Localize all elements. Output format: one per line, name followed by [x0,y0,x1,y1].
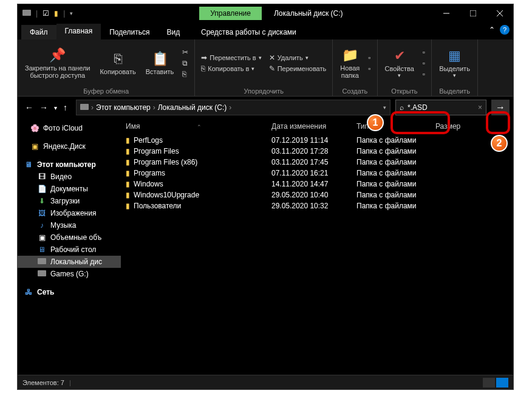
copy-path-button[interactable]: ⧉ [180,58,191,68]
nav-recent-dropdown[interactable]: ▾ [54,104,57,111]
open-extra: ▫ ▫ ▫ [420,47,428,79]
file-row[interactable]: ▮Windows10Upgrade29.05.2020 10:40Папка с… [121,189,513,200]
ribbon-group-open: ✔ Свойства ▾ ▫ ▫ ▫ Открыть [378,39,432,96]
group-label-create: Создать [336,86,373,96]
easy-access-button[interactable]: ▫ [366,64,373,73]
sidebar-item-this-pc[interactable]: 🖥Этот компьютер [18,159,121,171]
search-icon: ⌕ [400,103,404,112]
qat-dropdown-icon[interactable]: ▾ [70,10,73,16]
checkbox-icon[interactable]: ☑ [43,9,49,18]
edit-button[interactable]: ▫ [420,58,428,68]
nav-up-button[interactable]: ↑ [63,103,67,112]
tab-file[interactable]: Файл [21,25,56,39]
nav-forward-button[interactable]: → [39,103,48,112]
file-panel: Имя ⌃ Дата изменения Тип Размер ▮PerfLog… [121,118,513,375]
address-search-row: ← → ▾ ↑ › Этот компьютер › Локальный дис… [18,97,513,118]
pin-to-quick-access-button[interactable]: 📌 Закрепить на панели быстрого доступа [21,45,94,81]
explorer-window: | ☑ ▮ | ▾ Управление Локальный диск (C:)… [17,4,514,390]
file-row[interactable]: ▮Program Files03.11.2020 17:28Папка с фа… [121,146,513,157]
breadcrumb-root[interactable]: Этот компьютер [96,103,151,112]
titlebar: | ☑ ▮ | ▾ Управление Локальный диск (C:) [18,4,513,22]
open-button[interactable]: ▫ [420,47,428,57]
move-to-button[interactable]: ➡Переместить в ▾ [199,53,264,63]
content-area: 🌸Фото iCloud ▣Яндекс.Диск 🖥Этот компьюте… [18,118,513,375]
new-folder-button[interactable]: 📁 Новая папка [336,45,363,81]
ribbon-tabs: Файл Главная Поделиться Вид Средства раб… [18,22,513,39]
search-input[interactable] [408,103,474,112]
sidebar-item-downloads[interactable]: ⬇Загрузки [18,195,121,207]
ribbon-group-clipboard: 📌 Закрепить на панели быстрого доступа ⎘… [18,39,195,96]
nav-back-button[interactable]: ← [25,103,33,112]
sidebar-item-network[interactable]: 🖧Сеть [18,286,121,298]
group-label-select: Выделить [435,86,474,96]
sidebar-item-music[interactable]: ♪Музыка [18,219,121,231]
searchbox[interactable]: ⌕ × [395,100,486,115]
col-header-type[interactable]: Тип [352,122,431,131]
qat-separator: | [36,9,38,18]
copy-to-button[interactable]: ⎘Копировать в ▾ [199,64,264,73]
col-header-size[interactable]: Размер [431,122,479,131]
sidebar-item-games-g[interactable]: Games (G:) [18,268,121,280]
properties-icon: ✔ [394,48,405,64]
tab-drive-tools[interactable]: Средства работы с дисками [193,25,305,39]
file-row[interactable]: ▮Programs07.11.2020 16:21Папка с файлами [121,168,513,179]
cut-button[interactable]: ✂ [180,47,191,57]
sidebar-item-video[interactable]: 🎞Видео [18,171,121,183]
sidebar-item-yandex[interactable]: ▣Яндекс.Диск [18,140,121,152]
desktop-icon: 🖥 [37,245,47,254]
copy-button[interactable]: ⎘ Копировать [96,49,139,78]
close-button[interactable] [486,4,513,22]
sidebar: 🌸Фото iCloud ▣Яндекс.Диск 🖥Этот компьюте… [18,118,121,375]
ribbon-context-tab[interactable]: Управление [199,7,262,20]
folder-icon: ▮ [126,180,130,188]
sidebar-item-desktop[interactable]: 🖥Рабочий стол [18,244,121,256]
minimize-button[interactable] [433,4,460,22]
svg-rect-1 [470,10,476,16]
clipboard-extra: ✂ ⧉ ⎘ [180,47,191,79]
sidebar-item-3d[interactable]: ▣Объемные объ [18,231,121,244]
delete-button[interactable]: ✕Удалить ▾ [267,53,329,63]
documents-icon: 📄 [37,185,47,193]
drive-icon [80,103,89,112]
view-details-icon[interactable] [483,378,495,387]
breadcrumb-current[interactable]: Локальный диск (C:) [158,103,227,112]
file-row[interactable]: ▮Пользователи29.05.2020 10:32Папка с фай… [121,200,513,211]
new-item-button[interactable]: ▫ [366,53,373,63]
tab-view[interactable]: Вид [158,25,188,39]
col-header-date[interactable]: Дата изменения [267,122,352,131]
history-button[interactable]: ▫ [420,69,428,79]
view-mode-toggle[interactable] [483,378,508,387]
select-button[interactable]: ▦ Выделить ▾ [435,46,474,81]
search-go-button[interactable]: → [491,100,510,115]
file-row[interactable]: ▮Windows14.11.2020 14:47Папка с файлами [121,179,513,189]
paste-button[interactable]: 📋 Вставить [142,49,178,78]
maximize-button[interactable] [460,4,486,22]
addressbar[interactable]: › Этот компьютер › Локальный диск (C:) ›… [76,100,390,115]
file-row[interactable]: ▮PerfLogs07.12.2019 11:14Папка с файлами [121,135,513,146]
window-title: Локальный диск (C:) [274,9,343,18]
sidebar-item-local-c[interactable]: Локальный дис [18,256,121,268]
col-header-name[interactable]: Имя ⌃ [121,122,267,131]
sidebar-item-icloud[interactable]: 🌸Фото iCloud [18,122,121,134]
clear-search-icon[interactable]: × [478,103,482,112]
folder-icon: ▮ [126,191,130,199]
icloud-icon: 🌸 [30,124,39,132]
sidebar-item-documents[interactable]: 📄Документы [18,183,121,195]
help-icon[interactable]: ? [500,25,510,35]
properties-button[interactable]: ✔ Свойства ▾ [381,46,418,81]
music-icon: ♪ [37,221,47,230]
view-icons-icon[interactable] [496,378,508,387]
folder-icon: ▮ [126,169,130,177]
quick-access-toolbar: | ☑ ▮ | ▾ [18,9,78,18]
file-row[interactable]: ▮Program Files (x86)03.11.2020 17:45Папк… [121,157,513,168]
yandex-icon: ▣ [30,142,39,151]
drive-c-icon [37,258,47,266]
rename-button[interactable]: ✎Переименовать [267,64,329,73]
folder-icon[interactable]: ▮ [54,9,58,18]
sidebar-item-pictures[interactable]: 🖼Изображения [18,207,121,219]
tab-home[interactable]: Главная [56,24,101,39]
paste-shortcut-button[interactable]: ⎘ [180,69,191,79]
refresh-icon[interactable]: ▾ [383,104,386,111]
tab-share[interactable]: Поделиться [101,25,158,39]
ribbon-collapse-icon[interactable]: ⌃ [489,26,495,34]
